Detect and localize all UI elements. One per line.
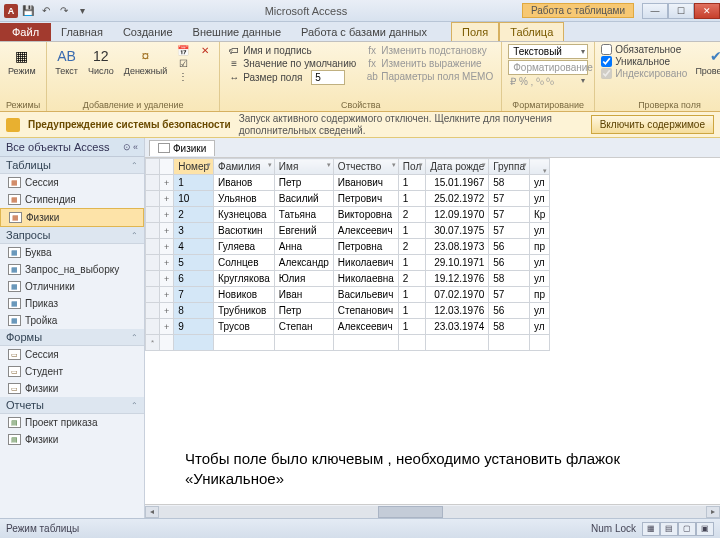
scroll-thumb[interactable] [378,506,444,518]
nav-query-select[interactable]: ▦Запрос_на_выборку [0,261,144,278]
nav-table-physics[interactable]: ▦Физики [0,208,144,227]
table-icon: ▦ [8,194,21,205]
table-row[interactable]: +3ВасюткинЕвгенийАлексеевич130.07.197557… [146,223,550,239]
group-label-views: Режимы [6,99,40,110]
col-header[interactable]: Группа▾ [489,159,530,175]
more-fields-button[interactable]: ⋮ [175,70,191,82]
nav-form-physics[interactable]: ▭Физики [0,380,144,397]
format-buttons: ₽ % ‚ ⁰₀ ⁰₀ [508,76,588,87]
nav-query-three[interactable]: ▦Тройка [0,312,144,329]
number-field-button[interactable]: 12Число [86,44,116,79]
group-label-validation: Проверка поля [601,99,720,110]
security-warning-bar: Предупреждение системы безопасности Запу… [0,112,720,138]
security-message[interactable]: Запуск активного содержимого отключен. Щ… [239,113,583,137]
tab-external[interactable]: Внешние данные [183,23,291,41]
report-icon: ▤ [8,417,21,428]
query-icon: ▦ [8,281,21,292]
format-combo: Форматирование [508,60,588,75]
delete-icon: ✕ [199,44,211,56]
statusbar: Режим таблицы Num Lock ▦ ▤ ▢ ▣ [0,518,720,538]
delete-field-button[interactable]: ✕ [197,44,213,56]
tab-fields[interactable]: Поля [451,22,499,41]
undo-icon[interactable]: ↶ [38,3,54,19]
default-value-button[interactable]: ≡Значение по умолчанию [226,57,358,69]
view-button[interactable]: ▦ Режим [6,44,38,79]
col-header[interactable]: Номер▾ [174,159,214,175]
nav-form-session[interactable]: ▭Сессия [0,346,144,363]
nav-query-order[interactable]: ▦Приказ [0,295,144,312]
minimize-button[interactable]: — [642,3,668,19]
checkbox-field-button[interactable]: ☑ [175,57,191,69]
qat-dropdown-icon[interactable]: ▾ [74,3,90,19]
text-field-button[interactable]: ABТекст [53,44,80,79]
tab-create[interactable]: Создание [113,23,183,41]
table-row[interactable]: +10УльяновВасилийПетрович125.02.197257ул [146,191,550,207]
field-size-input[interactable] [311,70,345,85]
table-row[interactable]: +8ТрубниковПетрСтепанович112.03.197656ул [146,303,550,319]
nav-query-letter[interactable]: ▦Буква [0,244,144,261]
query-icon: ▦ [8,298,21,309]
unique-checkbox[interactable]: Уникальное [601,56,687,67]
date-field-button[interactable]: 📅 [175,44,191,56]
close-button[interactable]: ✕ [694,3,720,19]
layout-view-button[interactable]: ▢ [678,522,696,536]
horizontal-scrollbar[interactable]: ◂ ▸ [145,504,720,518]
name-caption-button[interactable]: 🏷Имя и подпись [226,44,358,56]
nav-report-order[interactable]: ▤Проект приказа [0,414,144,431]
col-header[interactable]: Отчество▾ [333,159,398,175]
col-header[interactable]: Пол▾ [398,159,425,175]
maximize-button[interactable]: ☐ [668,3,694,19]
fx-icon: fx [366,57,378,69]
scroll-left-icon[interactable]: ◂ [145,506,159,518]
datasheet-view-button[interactable]: ▦ [642,522,660,536]
search-icon[interactable]: ⊙ [123,142,131,152]
required-checkbox[interactable]: Обязательное [601,44,687,55]
form-view-button[interactable]: ▣ [696,522,714,536]
navigation-pane: Все объекты Access ⊙« Таблицы⌃ ▦Сессия ▦… [0,138,145,518]
validation-button[interactable]: ✔Проверка [693,44,720,79]
scroll-right-icon[interactable]: ▸ [706,506,720,518]
collapse-icon[interactable]: « [133,142,138,152]
datatype-combo[interactable]: Текстовый [508,44,588,59]
nav-cat-forms[interactable]: Формы⌃ [0,329,144,346]
table-row[interactable]: +5СолнцевАлександрНиколаевич129.10.19715… [146,255,550,271]
datasheet-grid[interactable]: Номер▾Фамилия▾Имя▾Отчество▾Пол▾Дата рожд… [145,158,550,351]
design-view-button[interactable]: ▤ [660,522,678,536]
tab-home[interactable]: Главная [51,23,113,41]
table-row[interactable]: +4ГуляеваАннаПетровна223.08.197356пр [146,239,550,255]
col-header[interactable]: Имя▾ [274,159,333,175]
col-header[interactable]: Фамилия▾ [214,159,275,175]
nav-form-student[interactable]: ▭Студент [0,363,144,380]
document-tabs: Физики [145,138,720,158]
table-icon [158,143,170,153]
app-title: Microsoft Access [90,5,522,17]
nav-query-excellent[interactable]: ▦Отличники [0,278,144,295]
col-header[interactable]: Дата рожде▾ [426,159,489,175]
nav-cat-tables[interactable]: Таблицы⌃ [0,157,144,174]
table-row[interactable]: +1ИвановПетрИванович115.01.196758ул [146,175,550,191]
table-row[interactable]: +9ТрусовСтепанАлексеевич123.03.197458ул [146,319,550,335]
col-header[interactable]: ▾ [529,159,549,175]
file-tab[interactable]: Файл [0,23,51,41]
table-icon: ▦ [9,212,22,223]
enable-content-button[interactable]: Включить содержимое [591,115,714,134]
nav-cat-queries[interactable]: Запросы⌃ [0,227,144,244]
redo-icon[interactable]: ↷ [56,3,72,19]
new-row[interactable]: * [146,335,550,351]
save-icon[interactable]: 💾 [20,3,36,19]
validation-icon: ✔ [706,46,720,66]
nav-cat-reports[interactable]: Отчеты⌃ [0,397,144,414]
shield-icon [6,118,20,132]
nav-report-physics[interactable]: ▤Физики [0,431,144,448]
doc-tab-physics[interactable]: Физики [149,140,215,156]
nav-table-stipend[interactable]: ▦Стипендия [0,191,144,208]
nav-header[interactable]: Все объекты Access ⊙« [0,138,144,157]
currency-field-button[interactable]: ¤Денежный [122,44,169,79]
tab-table[interactable]: Таблица [499,22,564,41]
table-row[interactable]: +7НовиковИванВасильевич107.02.197057пр [146,287,550,303]
table-row[interactable]: +2КузнецоваТатьянаВикторовна212.09.19705… [146,207,550,223]
nav-table-session[interactable]: ▦Сессия [0,174,144,191]
tab-database[interactable]: Работа с базами данных [291,23,437,41]
table-icon: ▦ [8,177,21,188]
table-row[interactable]: +6КругляковаЮлияНиколаевна219.12.197658у… [146,271,550,287]
